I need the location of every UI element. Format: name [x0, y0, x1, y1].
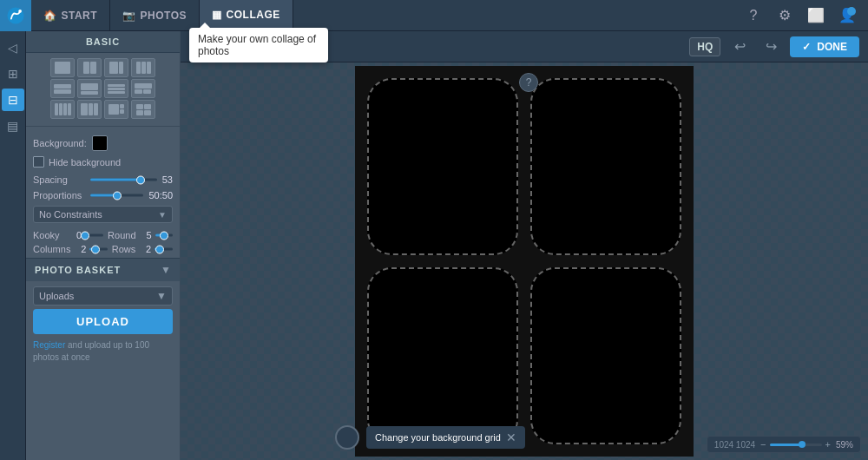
collage-tooltip: Make your own collage of photos	[189, 28, 328, 62]
layout-row-3	[31, 100, 174, 119]
round-label: Round	[107, 230, 136, 240]
sidebar-left-icons: ◁ ⊞ ⊟ ▤	[0, 31, 26, 460]
background-color-swatch[interactable]	[92, 135, 108, 151]
tab-start-label: START	[62, 10, 98, 22]
layout-3row[interactable]	[104, 79, 128, 98]
grid-view-icon[interactable]: ⊞	[2, 62, 24, 85]
help-icon-btn[interactable]: ?	[741, 3, 766, 28]
background-label: Background:	[33, 138, 87, 148]
kooky-value: 0	[69, 230, 82, 240]
spacing-label: Spacing	[33, 174, 85, 185]
kooky-row: Kooky 0 Round 5	[33, 230, 173, 240]
register-text: Register and upload up to 100 photos at …	[26, 339, 180, 371]
share-icon-btn[interactable]: ⬜	[804, 3, 828, 28]
uploads-dropdown[interactable]: Uploads ▼	[33, 286, 173, 306]
notification-dot	[847, 7, 856, 16]
proportions-slider[interactable]	[90, 192, 143, 199]
zoom-thumb[interactable]	[799, 441, 806, 448]
layout-mosaic[interactable]	[131, 79, 155, 98]
columns-slider[interactable]	[89, 246, 108, 253]
layout-3col-left[interactable]	[77, 100, 102, 119]
layout-2row-mixed[interactable]	[77, 79, 102, 98]
collage-cell-3[interactable]	[367, 267, 518, 444]
columns-label: Columns	[33, 244, 70, 254]
rows-label: Rows	[111, 244, 135, 254]
layout-2row-top[interactable]	[50, 79, 75, 98]
hq-button[interactable]: HQ	[689, 37, 720, 56]
circle-button[interactable]	[335, 425, 359, 450]
svg-point-0	[7, 7, 23, 23]
collage-cell-2[interactable]	[530, 78, 681, 255]
round-slider[interactable]	[155, 232, 174, 239]
background-row: Background:	[33, 135, 173, 151]
proportions-value: 50:50	[148, 190, 173, 200]
kooky-slider[interactable]	[85, 232, 103, 239]
close-icon[interactable]: ✕	[506, 430, 516, 444]
layout-icons-section	[26, 53, 180, 124]
tab-collage[interactable]: ▦ COLLAGE	[200, 0, 293, 30]
collage-grid	[355, 66, 694, 457]
zoom-fill	[770, 444, 800, 446]
collage-cell-4[interactable]	[530, 267, 681, 444]
home-icon: 🏠	[43, 10, 57, 22]
zoom-plus-icon[interactable]: +	[825, 439, 831, 450]
redo-icon[interactable]: ↪	[759, 35, 783, 59]
spacing-value: 53	[162, 174, 173, 185]
rows-slider[interactable]	[155, 246, 173, 253]
photos-icon: 📷	[122, 10, 136, 22]
undo-icon[interactable]: ↩	[727, 35, 752, 59]
collage-cell-1[interactable]	[367, 78, 518, 255]
spacing-slider[interactable]	[90, 176, 157, 183]
layout-2col-equal[interactable]	[77, 58, 102, 77]
topnav: 🏠 START 📷 PHOTOS ▦ COLLAGE ? ⚙ ⬜ 👤	[0, 0, 868, 31]
svg-point-1	[18, 10, 22, 13]
canvas-help-icon[interactable]: ?	[519, 73, 538, 92]
chevron-down-icon: ▼	[158, 210, 167, 220]
zoom-slider-area: − +	[760, 439, 831, 450]
photo-basket-header[interactable]: PHOTO BASKET ▼	[26, 258, 180, 281]
layout-icon-btn[interactable]: ⊟	[2, 89, 24, 111]
topnav-actions: ? ⚙ ⬜ 👤	[733, 3, 868, 28]
spacing-row: Spacing 53	[33, 174, 173, 185]
layout-mixed-h[interactable]	[104, 100, 128, 119]
layout-grid-4[interactable]	[131, 100, 155, 119]
columns-row: Columns 2 Rows 2	[33, 244, 173, 254]
layout-4col[interactable]	[50, 100, 75, 119]
layout-3col[interactable]	[131, 58, 155, 77]
hide-background-checkbox[interactable]	[33, 156, 44, 168]
account-icon-btn[interactable]: 👤	[835, 3, 859, 28]
constraints-label: No Constraints	[39, 209, 158, 220]
hide-background-row: Hide background	[33, 156, 173, 168]
collage-icon: ▦	[212, 9, 222, 21]
upload-button[interactable]: UPLOAD	[33, 309, 173, 334]
app-logo[interactable]	[0, 0, 31, 31]
canvas-bottom-bar: Change your background grid ✕	[335, 425, 525, 450]
canvas-content	[181, 62, 868, 460]
register-link[interactable]: Register	[33, 340, 65, 350]
change-bg-tooltip[interactable]: Change your background grid ✕	[366, 426, 525, 449]
tab-start[interactable]: 🏠 START	[31, 0, 110, 30]
tab-photos-label: PHOTOS	[141, 10, 187, 22]
zoom-minus-icon[interactable]: −	[760, 439, 766, 450]
layers-icon-btn[interactable]: ▤	[2, 115, 24, 137]
layout-2col-unequal[interactable]	[104, 58, 128, 77]
photo-basket-chevron-icon: ▼	[161, 264, 171, 276]
layout-row-2	[31, 79, 174, 98]
zoom-track[interactable]	[770, 444, 822, 446]
checkmark-icon: ✓	[802, 41, 811, 53]
sidebar-section-header: BASIC	[26, 31, 180, 53]
uploads-label: Uploads	[39, 291, 156, 301]
done-button[interactable]: ✓ DONE	[790, 36, 859, 57]
layout-1col[interactable]	[50, 58, 75, 77]
settings-icon-btn[interactable]: ⚙	[773, 3, 797, 28]
constraints-dropdown[interactable]: No Constraints ▼	[33, 206, 173, 223]
hide-background-label: Hide background	[49, 157, 121, 168]
zoom-coords: 1024 1024	[714, 440, 755, 450]
collage-canvas[interactable]	[355, 66, 694, 457]
change-bg-label: Change your background grid	[375, 432, 501, 443]
layout-row-1	[31, 58, 174, 77]
tab-photos[interactable]: 📷 PHOTOS	[110, 0, 200, 30]
uploads-chevron-icon: ▼	[156, 290, 167, 302]
toggle-panel-icon[interactable]: ◁	[2, 36, 24, 59]
canvas-bg	[181, 62, 868, 460]
